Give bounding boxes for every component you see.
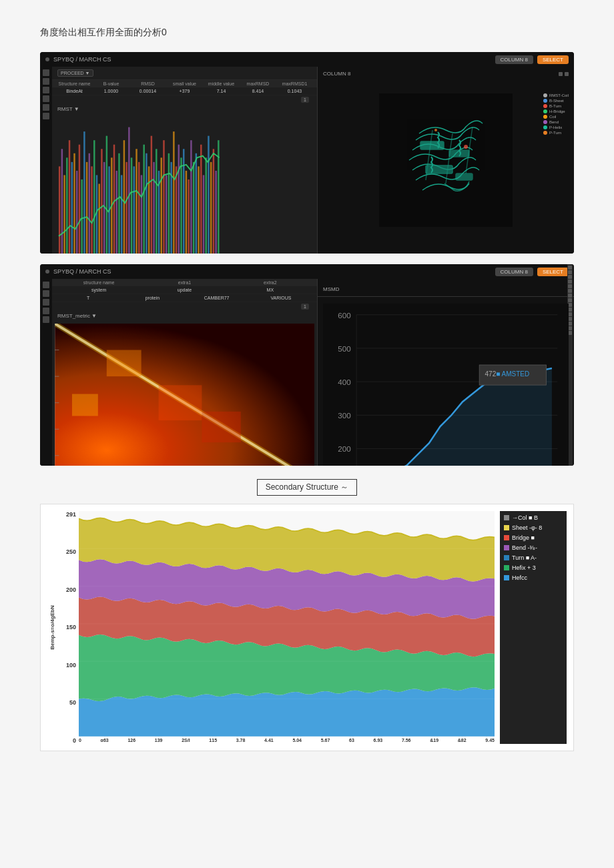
svg-rect-61 [208, 136, 209, 254]
panel1-body: PROCEED ▼ Structure name B-value RMSD sm… [40, 67, 574, 254]
p2-col3: extra2 [229, 280, 312, 285]
p2-cell2-4: VARIOUS [250, 296, 312, 300]
panel1-right-icon2[interactable] [565, 72, 569, 76]
ss-chart-area [79, 511, 495, 737]
legend-sq-sheet [504, 525, 509, 530]
legend-text-4: H-Bridge [549, 109, 565, 113]
svg-rect-30 [131, 157, 132, 254]
svg-rect-33 [138, 162, 139, 254]
panel1-btn1[interactable]: COLUMN 8 [495, 55, 533, 64]
svg-rect-45 [168, 153, 170, 254]
legend-sq-turn [504, 555, 509, 560]
panel2-table-row2[interactable]: T protein CAMBER77 VARIOUS [52, 294, 317, 302]
scroll-block-6 [568, 289, 572, 293]
col-maxrmsd: maxRMSD [241, 81, 275, 86]
ss-legend: →Col ■ B Sheet -φ- 8 Bridge ■ Bend -³⁄₈-… [500, 511, 567, 744]
svg-rect-27 [123, 140, 125, 254]
legend-item-8: P-Turn [543, 131, 569, 135]
svg-rect-62 [210, 162, 212, 254]
legend-text-2: B-Sheet [549, 99, 564, 103]
svg-text:472: 472 [485, 370, 497, 378]
panel1-right: COLUMN 8 [318, 67, 574, 254]
svg-text:■ AMSTED: ■ AMSTED [496, 370, 529, 378]
panel1-header-left: SPYBQ / MARCH CS [45, 56, 111, 63]
svg-rect-4 [66, 157, 67, 254]
svg-rect-42 [161, 157, 162, 254]
legend-col-b: →Col ■ B [503, 514, 564, 522]
p2-cell2-3: CAMBER77 [186, 296, 248, 300]
svg-rect-25 [118, 153, 119, 254]
ss-y-291: 291 [66, 511, 76, 518]
svg-rect-9 [79, 145, 80, 254]
legend-sheet: Sheet -φ- 8 [503, 524, 564, 532]
legend-dot-1 [543, 93, 547, 97]
panel2-title: SPYBQ / MARCH CS [53, 268, 111, 275]
svg-text:200: 200 [338, 444, 351, 453]
col-mid-val: middle value [204, 81, 238, 86]
panel1-header-right: COLUMN 8 SELECT [495, 55, 569, 64]
panel2-btn2[interactable]: SELECT [537, 268, 569, 276]
panel1-table-header: Structure name B-value RMSD small value … [52, 80, 317, 87]
legend-dot-4 [543, 109, 547, 113]
legend-dot-6 [543, 120, 547, 124]
panel1-dot [45, 57, 49, 61]
x-label-2si: 2S/I [182, 738, 190, 743]
secondary-struct-title-wrapper: Secondary Structure ～ [40, 479, 574, 496]
svg-rect-49 [178, 145, 180, 254]
cell-bval: 1.0000 [94, 89, 128, 93]
svg-rect-10 [81, 179, 82, 254]
side-btn-4[interactable] [43, 95, 49, 102]
panel2-table-row1[interactable]: system update MX [52, 286, 317, 294]
p2-cell2-2: protein [121, 296, 183, 300]
legend-dot-3 [543, 104, 547, 108]
legend-label-hefcc: Hefcc [512, 574, 527, 581]
side-btn-6[interactable] [43, 113, 49, 119]
cell-mv: 7.14 [204, 89, 238, 93]
p2-cell2-1: T [57, 296, 119, 300]
heatmap [55, 324, 314, 466]
svg-rect-56 [196, 153, 197, 254]
side-btn-2-1[interactable] [43, 282, 49, 288]
protein-3d-viz [379, 93, 513, 227]
side-btn-5[interactable] [43, 104, 49, 111]
panel2-btn1[interactable]: COLUMN 8 [495, 268, 533, 276]
scroll-block-3 [568, 275, 572, 279]
panel2-header-right: COLUMN 8 SELECT [495, 268, 569, 276]
svg-rect-54 [190, 140, 192, 254]
x-label-126: 126 [127, 738, 135, 743]
x-label-378: 3.78 [236, 738, 246, 743]
panel1-proceed-dropdown[interactable]: PROCEED ▼ [57, 69, 93, 77]
panel1-btn2[interactable]: SELECT [537, 55, 569, 64]
side-btn-2-5[interactable] [43, 316, 49, 323]
legend-text-5: Coil [549, 115, 556, 119]
legend-bend: Bend -³⁄₈- [503, 544, 564, 552]
side-btn-2[interactable] [43, 78, 49, 85]
col-maxrmsd1: maxRMSD1 [278, 81, 312, 86]
heatmap-svg [55, 324, 314, 466]
svg-rect-13 [89, 153, 90, 254]
legend-text-6: Bend [549, 120, 559, 124]
side-btn-2-3[interactable] [43, 299, 49, 306]
svg-rect-44 [166, 175, 167, 254]
x-label-63b: 63 [349, 738, 354, 743]
panel1-table-row[interactable]: BindeAt 1.0000 0.00014 +379 7.14 8.414 0… [52, 87, 317, 95]
legend-text-7: P-Helix [549, 125, 562, 129]
x-label-504: 5.04 [292, 738, 302, 743]
panel1-right-icon1[interactable] [559, 72, 563, 76]
panel2-body: structure name extra1 extra2 system upda… [40, 279, 574, 466]
svg-rect-52 [186, 171, 187, 254]
side-btn-2-4[interactable] [43, 308, 49, 314]
svg-rect-18 [101, 149, 102, 254]
panel1-right-title: COLUMN 8 [323, 71, 350, 77]
svg-rect-32 [135, 149, 137, 254]
side-btn-3[interactable] [43, 87, 49, 93]
legend-sq-bridge [504, 535, 509, 540]
panel2-right: MSMD 600 50 [318, 279, 574, 466]
panel1-legend: RMST-Coil B-Sheet B-Turn H-Bridge Coil [543, 93, 569, 135]
side-btn-2-2[interactable] [43, 290, 49, 297]
ss-y-axis-label: Bemp-s=o/4gEbN [47, 511, 57, 744]
ss-y-axis: 291 250 200 150 100 50 0 [59, 511, 79, 744]
legend-label-hefix: Hefix + 3 [512, 564, 536, 571]
side-btn-1[interactable] [43, 69, 49, 76]
panel1-left: PROCEED ▼ Structure name B-value RMSD sm… [40, 67, 318, 254]
